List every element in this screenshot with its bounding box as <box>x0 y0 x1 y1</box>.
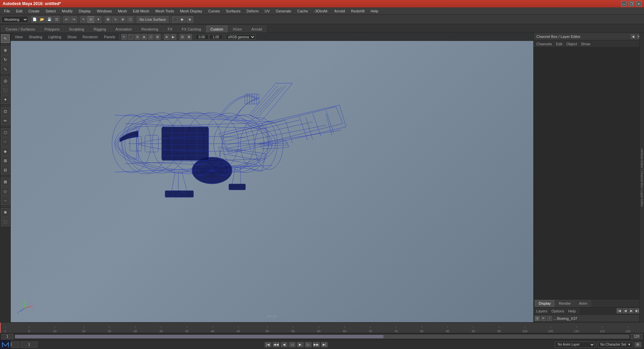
sculpt-lt[interactable]: ⬡ <box>1 128 10 137</box>
tab-fx[interactable]: FX <box>163 26 177 33</box>
anim-layer-select[interactable]: No Anim Layer <box>555 342 595 348</box>
new-file-button[interactable]: 📄 <box>31 16 38 23</box>
layer-icon[interactable]: / <box>547 316 552 321</box>
show-manip-lt[interactable]: ✦ <box>1 95 10 104</box>
range-start-field[interactable] <box>1 334 13 339</box>
timeline-ruler[interactable]: 1 5 10 15 20 25 30 35 40 45 50 55 60 65 … <box>0 322 644 333</box>
scale-tool-lt[interactable]: ⤡ <box>1 65 10 73</box>
ipr-button[interactable]: ◈ <box>186 16 193 23</box>
select-tool-button[interactable]: ↖ <box>80 16 87 23</box>
menu-edit-mesh[interactable]: Edit Mesh <box>130 8 152 14</box>
crease-lt[interactable]: ⊠ <box>1 178 10 186</box>
menu-display[interactable]: Display <box>76 8 94 14</box>
go-start-button[interactable]: |◀ <box>265 342 271 347</box>
next-key-button[interactable]: ▷ <box>305 342 312 347</box>
viewport[interactable]: View Shading Lighting Show Renderer Pane… <box>11 33 533 322</box>
render-tab[interactable]: Render <box>555 300 575 307</box>
tab-fx-caching[interactable]: FX Caching <box>177 26 205 33</box>
save-scene-button[interactable]: ⊡ <box>53 16 60 23</box>
snap-point-button[interactable]: ⊕ <box>119 16 126 23</box>
rotate-tool-lt[interactable]: ↻ <box>1 55 10 64</box>
menu-modify[interactable]: Modify <box>59 8 75 14</box>
flatten-lt[interactable]: ⊟ <box>1 166 10 174</box>
timeline[interactable]: 1 5 10 15 20 25 30 35 40 45 50 55 60 65 … <box>0 322 644 333</box>
layer-go-start-button[interactable]: |◀ <box>616 308 622 313</box>
menu-mesh-tools[interactable]: Mesh Tools <box>153 8 176 14</box>
menu-arnold[interactable]: Arnold <box>332 8 348 14</box>
vtb-grid-btn[interactable]: ⊟ <box>179 34 185 40</box>
smooth-lt[interactable]: ◈ <box>1 147 10 156</box>
workspace-dropdown[interactable]: Modeling <box>1 16 28 23</box>
paint-select-button[interactable]: ✦ <box>95 16 102 23</box>
menu-3dto[interactable]: -3DtoAll- <box>311 8 331 14</box>
range-track[interactable] <box>15 335 629 339</box>
menu-windows[interactable]: Windows <box>94 8 115 14</box>
menu-edit[interactable]: Edit <box>13 8 25 14</box>
menu-help[interactable]: Help <box>368 8 381 14</box>
view-tab-lighting[interactable]: Lighting <box>46 34 64 40</box>
paint-lt[interactable]: ✏ <box>1 116 10 125</box>
menu-mesh-display[interactable]: Mesh Display <box>177 8 205 14</box>
view-field-2[interactable] <box>209 34 223 40</box>
channels-menu[interactable]: Channels <box>536 42 552 46</box>
tab-custom[interactable]: Custom <box>206 26 228 33</box>
live-surface-button[interactable]: No Live Surface <box>137 16 169 23</box>
vtb-btn-1[interactable]: ↖ <box>121 34 127 40</box>
anim-frame-field-2[interactable] <box>21 342 38 348</box>
relax-lt[interactable]: ⊞ <box>1 156 10 165</box>
vtb-render-btn[interactable]: ▶ <box>170 34 176 40</box>
layer-prev-button[interactable]: ◀ <box>623 308 628 313</box>
menu-uv[interactable]: UV <box>262 8 272 14</box>
view-tab-view[interactable]: View <box>12 34 25 40</box>
save-file-button[interactable]: 💾 <box>46 16 53 23</box>
vtb-btn-3[interactable]: ⊡ <box>135 34 141 40</box>
menu-generate[interactable]: Generate <box>273 8 294 14</box>
menu-cache[interactable]: Cache <box>294 8 311 14</box>
panel-collapse-button[interactable]: ◀ <box>631 34 635 39</box>
next-frame-button[interactable]: ▶▶ <box>313 342 320 347</box>
view-tab-show[interactable]: Show <box>65 34 79 40</box>
layer-visibility-v[interactable]: V <box>535 316 540 321</box>
play-forward-button[interactable]: ▶ <box>297 342 304 347</box>
menu-redshift[interactable]: Redshift <box>348 8 367 14</box>
minimize-button[interactable]: — <box>621 1 627 6</box>
lasso-lt[interactable]: ⊡ <box>1 107 10 116</box>
vtb-display-btn[interactable]: ⊕ <box>164 34 170 40</box>
help-menu-layers[interactable]: Help <box>568 309 576 313</box>
view-tab-shading[interactable]: Shading <box>26 34 45 40</box>
character-set-button[interactable]: No Character Set ▼ <box>598 342 633 348</box>
vtb-btn-6[interactable]: ⊞ <box>155 34 161 40</box>
layers-menu-item[interactable]: Layers <box>536 309 547 313</box>
tab-animation[interactable]: Animation <box>111 26 136 33</box>
layer-type-p[interactable]: P <box>541 316 546 321</box>
stamp-lt[interactable]: ⬛ <box>1 217 10 226</box>
layer-next-button[interactable]: ▶ <box>629 308 634 313</box>
show-menu-ch[interactable]: Show <box>581 42 590 46</box>
attribute-editor-sidebar[interactable]: Attribute Editor / Channel Box / Layer E… <box>639 33 644 322</box>
close-button[interactable]: ✕ <box>636 1 641 6</box>
tab-sculpting[interactable]: Sculpting <box>65 26 89 33</box>
range-end-field[interactable] <box>631 334 643 339</box>
menu-curves[interactable]: Curves <box>206 8 223 14</box>
render-button[interactable]: ▶ <box>179 16 186 23</box>
slide-lt[interactable]: → <box>1 196 10 205</box>
tab-polygons[interactable]: Polygons <box>40 26 64 33</box>
open-file-button[interactable]: 📂 <box>39 16 45 23</box>
snap-surface-button[interactable]: ⬡ <box>127 16 133 23</box>
menu-select[interactable]: Select <box>43 8 59 14</box>
vtb-btn-4[interactable]: ◈ <box>141 34 147 40</box>
snap-curve-button[interactable]: ∿ <box>112 16 119 23</box>
sym-lt[interactable]: ⬛ <box>1 86 10 95</box>
menu-create[interactable]: Create <box>26 8 42 14</box>
vtb-hud-btn[interactable]: ⊠ <box>186 34 192 40</box>
select-tool-lt[interactable]: ↖ <box>1 34 10 43</box>
snap-grid-button[interactable]: ⊞ <box>105 16 111 23</box>
display-tab[interactable]: Display <box>535 300 554 307</box>
edit-menu-ch[interactable]: Edit <box>556 42 562 46</box>
prev-key-button[interactable]: ◀ <box>281 342 287 347</box>
soft-select-lt[interactable]: ◎ <box>1 77 10 85</box>
prev-frame-button[interactable]: ◀◀ <box>273 342 279 347</box>
view-tab-renderer[interactable]: Renderer <box>80 34 101 40</box>
move-tool-lt[interactable]: ⊕ <box>1 46 10 55</box>
menu-surfaces[interactable]: Surfaces <box>223 8 243 14</box>
